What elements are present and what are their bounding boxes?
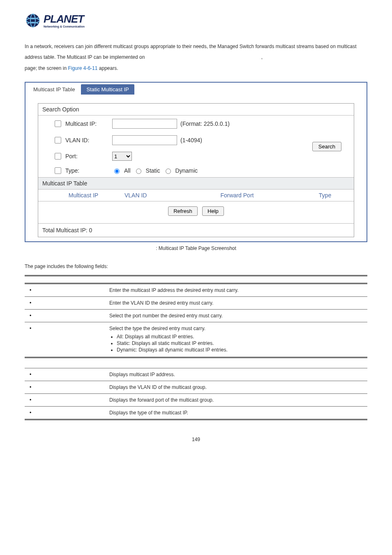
t2-r3-obj <box>25 394 104 407</box>
checkbox-port[interactable] <box>55 153 61 160</box>
checkbox-vlan-id[interactable] <box>55 137 61 143</box>
intro-line2b: appears. <box>97 65 118 71</box>
fields-intro: The page includes the following fields: <box>25 264 367 269</box>
t2-r2-desc: Displays the VLAN ID of the multicast gr… <box>104 381 367 394</box>
th-type: Type <box>300 192 350 199</box>
radio-label-dynamic: Dynamic <box>175 167 198 174</box>
table-row: Displays the type of the multicast IP. <box>25 407 367 420</box>
radio-type-static[interactable] <box>136 169 141 174</box>
checkbox-type[interactable] <box>55 167 61 174</box>
t1-head-object <box>25 276 104 284</box>
brand-sub: Networking & Communication <box>44 25 85 28</box>
search-area: Multicast IP: (Format: 225.0.0.1) VLAN I… <box>38 116 354 177</box>
t2-r2-obj <box>25 381 104 394</box>
t2-r1-desc: Displays multicast IP address. <box>104 368 367 381</box>
input-multicast-ip[interactable] <box>112 119 177 129</box>
t1-r4-b2: Static: Displays all static multicast IP… <box>117 340 362 346</box>
brand-text: PLANET Networking & Communication <box>44 14 85 28</box>
refresh-button[interactable]: Refresh <box>168 206 198 216</box>
svg-point-0 <box>26 14 39 27</box>
tab-multicast-ip-table[interactable]: Multicast IP Table <box>28 84 80 95</box>
t2-r4-obj <box>25 407 104 420</box>
label-multicast-ip: Multicast IP: <box>65 120 97 127</box>
t1-r4-desc-cell: Select the type the desired entry must c… <box>104 322 367 358</box>
brand-logo: PLANET Networking & Communication <box>25 12 367 29</box>
brand-main: PLANET <box>44 14 85 24</box>
hint-multicast-ip: (Format: 225.0.0.1) <box>180 120 230 127</box>
label-vlan-id: VLAN ID: <box>65 137 89 143</box>
intro-comma: , <box>261 54 263 60</box>
table-row: Enter the VLAN ID the desired entry must… <box>25 297 367 310</box>
multicast-panel: Multicast IP Table Static Multicast IP S… <box>25 82 367 242</box>
t1-r2-obj <box>25 297 104 310</box>
search-option-header: Search Option <box>38 104 354 116</box>
select-port[interactable]: 1 <box>112 152 132 161</box>
radio-type-dynamic[interactable] <box>166 169 171 174</box>
intro-paragraph: In a network, receivers can join differe… <box>25 41 367 74</box>
globe-icon <box>25 12 41 29</box>
t1-head-desc <box>104 276 367 284</box>
radio-label-static: Static <box>146 167 160 174</box>
multicast-ip-table-header: Multicast IP Table <box>38 177 354 190</box>
t1-r4-obj <box>25 322 104 358</box>
t1-r1-desc: Enter the multicast IP address the desir… <box>104 284 367 297</box>
tab-static-multicast-ip[interactable]: Static Multicast IP <box>81 84 134 95</box>
figure-ref: Figure 4-6-11 <box>68 65 97 71</box>
th-forward-port: Forward Port <box>174 192 300 199</box>
table-row: Select the type the desired entry must c… <box>25 322 367 358</box>
t2-r4-desc: Displays the type of the multicast IP. <box>104 407 367 420</box>
intro-line2a: page; the screen in <box>25 65 68 71</box>
table-header-row: Multicast IP VLAN ID Forward Port Type <box>38 190 354 201</box>
label-type: Type: <box>65 167 79 174</box>
fields-table-2: Displays multicast IP address. Displays … <box>25 368 367 420</box>
radio-label-all: All <box>124 167 131 174</box>
tab-bar: Multicast IP Table Static Multicast IP <box>25 83 367 95</box>
t2-r3-desc: Displays the forward port of the multica… <box>104 394 367 407</box>
intro-line1a: In a network, receivers can join differe… <box>25 44 295 49</box>
label-port: Port: <box>65 153 78 160</box>
search-button[interactable]: Search <box>312 142 341 151</box>
table-row: Displays the forward port of the multica… <box>25 394 367 407</box>
th-vlan-id: VLAN ID <box>125 192 174 199</box>
t1-r4-desc: Select the type the desired entry must c… <box>109 326 205 331</box>
button-row: Refresh Help <box>38 201 354 223</box>
hint-vlan-id: (1-4094) <box>180 137 202 143</box>
table-row: Displays multicast IP address. <box>25 368 367 381</box>
t1-r4-b1: All: Displays all multicast IP entries. <box>117 334 362 340</box>
help-button[interactable]: Help <box>202 206 224 216</box>
content-box: Search Option Multicast IP: (Format: 225… <box>38 103 354 237</box>
t1-r3-desc: Select the port number the desired entry… <box>104 310 367 322</box>
table-row: Displays the VLAN ID of the multicast gr… <box>25 381 367 394</box>
t1-r4-b3: Dynamic: Displays all dynamic multicast … <box>117 347 362 353</box>
table-row: Select the port number the desired entry… <box>25 310 367 322</box>
t1-r1-obj <box>25 284 104 297</box>
fields-table-1: Enter the multicast IP address the desir… <box>25 275 367 358</box>
page-number: 149 <box>25 437 367 442</box>
radio-type-all[interactable] <box>114 169 120 174</box>
total-multicast-ip: Total Multicast IP: 0 <box>38 223 354 237</box>
figure-caption: : Multicast IP Table Page Screenshot <box>25 245 367 251</box>
input-vlan-id[interactable] <box>112 135 177 145</box>
th-multicast-ip: Multicast IP <box>42 192 125 199</box>
table-row: Enter the multicast IP address the desir… <box>25 284 367 297</box>
checkbox-multicast-ip[interactable] <box>55 120 61 127</box>
t1-r3-obj <box>25 310 104 322</box>
t2-r1-obj <box>25 368 104 381</box>
t1-r2-desc: Enter the VLAN ID the desired entry must… <box>104 297 367 310</box>
